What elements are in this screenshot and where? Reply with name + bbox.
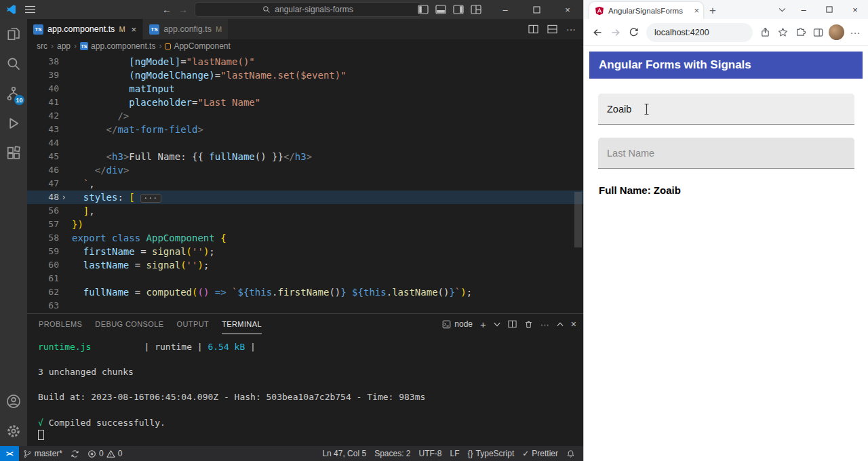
fold-chevron-icon[interactable]: › xyxy=(59,191,68,204)
toggle-primary-sidebar-icon[interactable] xyxy=(418,5,429,14)
forward-button[interactable] xyxy=(606,23,625,42)
line-number: 43 xyxy=(27,123,59,136)
browser-minimize-button[interactable]: – xyxy=(791,0,816,19)
browser-tab[interactable]: AngularSignalsForms × xyxy=(589,2,703,19)
profile-avatar[interactable] xyxy=(829,24,844,40)
panel-tab-problems[interactable]: PROBLEMS xyxy=(39,314,82,334)
new-tab-button[interactable]: + xyxy=(703,2,722,19)
editor-line[interactable]: 47 `, xyxy=(27,177,583,191)
indentation-status[interactable]: Spaces: 2 xyxy=(370,446,414,461)
bottom-panel: PROBLEMSDEBUG CONSOLEOUTPUTTERMINAL node… xyxy=(27,313,583,446)
menu-icon[interactable] xyxy=(25,5,35,14)
new-terminal-icon[interactable]: + xyxy=(480,319,486,330)
browser-close-button[interactable]: × xyxy=(842,0,868,19)
customize-layout-icon[interactable] xyxy=(471,5,481,14)
url-text[interactable]: localhost:4200 xyxy=(654,28,709,37)
editor-line[interactable]: 48› styles: [··· xyxy=(27,191,583,204)
sidebar-item-explorer[interactable] xyxy=(0,19,27,49)
maximize-panel-chevron-icon[interactable] xyxy=(557,322,564,327)
breadcrumb-item[interactable]: app xyxy=(57,41,71,51)
split-editor-icon[interactable] xyxy=(528,24,538,34)
editor-line[interactable]: 39 (ngModelChange)="lastName.set($event)… xyxy=(27,68,583,82)
toggle-secondary-sidebar-icon[interactable] xyxy=(453,5,464,14)
vscode-maximize-button[interactable] xyxy=(521,0,552,19)
editor-tab[interactable]: TSapp.config.tsM xyxy=(143,19,229,39)
address-bar[interactable]: localhost:4200 xyxy=(646,23,753,42)
editor-layout-icon[interactable] xyxy=(547,24,557,34)
editor-line[interactable]: 38 [ngModel]="lastName()" xyxy=(27,55,583,68)
panel-tab-terminal[interactable]: TERMINAL xyxy=(222,314,262,334)
accounts-button[interactable] xyxy=(0,386,27,416)
fold-gutter xyxy=(59,68,68,82)
refresh-button[interactable] xyxy=(625,23,643,42)
close-tab-icon[interactable]: × xyxy=(132,24,137,35)
favorites-star-icon[interactable] xyxy=(774,23,791,42)
editor-line[interactable]: 59 firstName = signal(''); xyxy=(27,245,583,258)
back-button[interactable] xyxy=(588,23,606,42)
editor-line[interactable]: 45 <h3>Full Name: {{ fullName() }}</h3> xyxy=(27,150,583,163)
more-actions-icon[interactable]: ··· xyxy=(566,24,576,35)
panel-tab-output[interactable]: OUTPUT xyxy=(177,314,210,334)
command-center-search[interactable]: angular-signals-forms xyxy=(195,2,421,17)
launch-profile-chevron-icon[interactable] xyxy=(494,322,500,327)
terminal-line: runtime.js | runtime | 6.54 kB | xyxy=(38,341,583,354)
editor-line[interactable]: 46 </div> xyxy=(27,163,583,177)
close-panel-icon[interactable]: × xyxy=(571,319,576,329)
browser-maximize-button[interactable] xyxy=(816,0,842,19)
editor-line[interactable]: 57}) xyxy=(27,218,583,231)
problems-status[interactable]: 0 0 xyxy=(83,446,126,461)
split-terminal-icon[interactable] xyxy=(508,320,517,328)
code-editor[interactable]: 38 [ngModel]="lastName()"39 (ngModelChan… xyxy=(27,53,583,313)
editor-line[interactable]: 60 lastName = signal(''); xyxy=(27,258,583,272)
editor-line[interactable]: 58export class AppComponent { xyxy=(27,231,583,245)
breadcrumb-item[interactable]: src xyxy=(37,41,47,51)
encoding-status[interactable]: UTF-8 xyxy=(415,446,446,461)
sync-changes-button[interactable] xyxy=(66,446,83,461)
extensions-puzzle-icon[interactable] xyxy=(791,23,809,42)
chevron-right-icon: › xyxy=(74,41,77,51)
editor-line[interactable]: 41 placeholder="Last Name" xyxy=(27,96,583,109)
editor-line[interactable]: 40 matInput xyxy=(27,82,583,96)
sidebar-item-extensions[interactable] xyxy=(0,138,27,168)
editor-tab[interactable]: TSapp.component.tsM× xyxy=(27,19,143,39)
vscode-titlebar: ← → angular-signals-forms – xyxy=(0,0,583,19)
language-mode[interactable]: {}TypeScript xyxy=(464,446,519,461)
history-forward-button[interactable]: → xyxy=(178,4,188,15)
editor-line[interactable]: 61 xyxy=(27,272,583,285)
cursor-position[interactable]: Ln 47, Col 5 xyxy=(318,446,370,461)
split-screen-icon[interactable] xyxy=(809,23,827,42)
last-name-input[interactable]: Last Name xyxy=(598,138,854,169)
editor-line[interactable]: 56 ], xyxy=(27,204,583,218)
remote-indicator[interactable]: >< xyxy=(0,446,19,461)
settings-button[interactable] xyxy=(0,416,27,446)
editor-line[interactable]: 62 fullName = computed(() => `${this.fir… xyxy=(27,285,583,299)
terminal-output[interactable]: runtime.js | runtime | 6.54 kB | 3 uncha… xyxy=(27,334,583,446)
editor-scrollbar[interactable] xyxy=(574,192,582,247)
vscode-close-button[interactable]: × xyxy=(552,0,583,19)
tab-actions-chevron-icon[interactable] xyxy=(773,0,791,19)
kill-terminal-icon[interactable] xyxy=(524,320,533,329)
sidebar-item-run-debug[interactable] xyxy=(0,108,27,138)
first-name-input[interactable]: Zoaib xyxy=(598,94,854,125)
breadcrumb-item[interactable]: TSapp.component.ts xyxy=(80,41,155,51)
sidebar-item-search[interactable] xyxy=(0,49,27,79)
eol-status[interactable]: LF xyxy=(446,446,464,461)
editor-line[interactable]: 43 </mat-form-field> xyxy=(27,123,583,136)
formatter-status[interactable]: ✓Prettier xyxy=(518,446,562,461)
editor-line[interactable]: 63 xyxy=(27,299,583,313)
close-tab-icon[interactable]: × xyxy=(694,5,699,16)
browser-more-menu-icon[interactable]: ··· xyxy=(846,23,864,42)
editor-line[interactable]: 44 xyxy=(27,136,583,150)
editor-line[interactable]: 42 /> xyxy=(27,109,583,123)
history-back-button[interactable]: ← xyxy=(162,4,172,15)
sidebar-item-source-control[interactable]: 10 xyxy=(0,79,27,108)
panel-more-icon[interactable]: ··· xyxy=(540,319,549,329)
git-branch-status[interactable]: master* xyxy=(19,446,66,461)
breadcrumb-item[interactable]: AppComponent xyxy=(165,41,230,51)
notifications-bell[interactable] xyxy=(562,446,579,461)
share-icon[interactable] xyxy=(756,23,774,42)
panel-tab-debug-console[interactable]: DEBUG CONSOLE xyxy=(95,314,163,334)
toggle-panel-icon[interactable] xyxy=(435,5,446,14)
vscode-minimize-button[interactable]: – xyxy=(490,0,521,19)
terminal-shell-selector[interactable]: node xyxy=(442,319,473,329)
